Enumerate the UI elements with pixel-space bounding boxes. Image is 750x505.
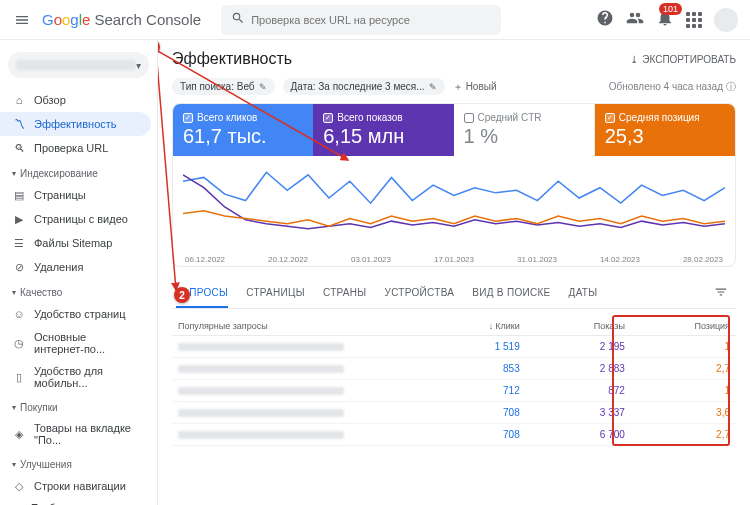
smile-icon: ☺ <box>12 307 26 321</box>
video-icon: ▶ <box>12 212 26 226</box>
speed-icon: ◷ <box>12 336 26 350</box>
notif-badge: 101 <box>659 3 682 15</box>
table-row[interactable]: 1 5192 1951 <box>172 336 736 358</box>
section-enh[interactable]: ▾Улучшения <box>0 455 157 474</box>
nav-label: Удобство для мобильн... <box>34 365 139 389</box>
section-shopping[interactable]: ▾Покупки <box>0 398 157 417</box>
property-selector[interactable]: ▾ <box>8 52 149 78</box>
nav-label: Удаления <box>34 261 83 273</box>
nav-page-exp[interactable]: ☺Удобство страниц <box>0 302 151 326</box>
nav-url-inspect[interactable]: 🔍︎Проверка URL <box>0 136 151 160</box>
avatar[interactable] <box>714 8 738 32</box>
nav-label: Основные интернет-по... <box>34 331 139 355</box>
annotation-badge-2: 2 <box>174 287 190 303</box>
add-filter-button[interactable]: ＋Новый <box>453 80 497 94</box>
annotation-badge-1: 1 <box>158 40 160 55</box>
table-row[interactable]: 7128721 <box>172 380 736 402</box>
search-icon <box>231 11 245 28</box>
search-input[interactable] <box>251 14 491 26</box>
filter-search-type[interactable]: Тип поиска: Веб✎ <box>172 78 275 95</box>
table-row[interactable]: 7086 7002,7 <box>172 424 736 446</box>
apps-icon[interactable] <box>686 12 702 28</box>
filter-date[interactable]: Дата: За последние 3 меся...✎ <box>283 78 445 95</box>
table-row[interactable]: 8532 8832,7 <box>172 358 736 380</box>
metric-label: Средняя позиция <box>619 112 700 123</box>
notifications-icon[interactable]: 101 <box>656 9 674 30</box>
metric-impressions[interactable]: ✓Всего показов 6,15 млн <box>313 104 453 156</box>
nav-label: Удобство страниц <box>34 308 126 320</box>
metric-clicks[interactable]: ✓Всего кликов 61,7 тыс. <box>173 104 313 156</box>
main: Эффективность ⤓ЭКСПОРТИРОВАТЬ Тип поиска… <box>158 40 750 505</box>
tab-devices[interactable]: УСТРОЙСТВА <box>384 279 454 308</box>
download-icon: ⤓ <box>630 54 638 65</box>
nav-performance[interactable]: 〽Эффективность <box>0 112 151 136</box>
section-quality[interactable]: ▾Качество <box>0 283 157 302</box>
checkbox-icon <box>464 113 474 123</box>
logo: Google Search Console <box>42 11 201 28</box>
tabs: ЗАПРОСЫ СТРАНИЦЫ СТРАНЫ УСТРОЙСТВА ВИД В… <box>172 279 736 309</box>
metric-value: 6,15 млн <box>323 125 443 148</box>
nav-sitemaps[interactable]: ☰Файлы Sitemap <box>0 231 151 255</box>
edit-icon: ✎ <box>259 82 267 92</box>
nav-video-pages[interactable]: ▶Страницы с видео <box>0 207 151 231</box>
nav-label: Страницы с видео <box>34 213 128 225</box>
tab-pages[interactable]: СТРАНИЦЫ <box>246 279 305 308</box>
col-query[interactable]: Популярные запросы <box>178 321 415 331</box>
sort-down-icon: ↓ <box>489 321 494 331</box>
col-pos[interactable]: Позиция <box>625 321 730 331</box>
nav-label: Проверка URL <box>34 142 108 154</box>
chevron-down-icon: ▾ <box>136 60 141 71</box>
col-clicks[interactable]: ↓Клики <box>415 321 520 331</box>
edit-icon: ✎ <box>429 82 437 92</box>
search-icon: 🔍︎ <box>12 141 26 155</box>
export-button[interactable]: ⤓ЭКСПОРТИРОВАТЬ <box>630 54 736 65</box>
plus-icon: ＋ <box>453 80 463 94</box>
metric-label: Всего показов <box>337 112 402 123</box>
info-icon: ⓘ <box>726 80 736 94</box>
bc-icon: ◇ <box>12 479 26 493</box>
nav-overview[interactable]: ⌂Обзор <box>0 88 151 112</box>
metric-value: 1 % <box>464 125 584 148</box>
metric-position[interactable]: ✓Средняя позиция 25,3 <box>595 104 735 156</box>
remove-icon: ⊘ <box>12 260 26 274</box>
tab-appearance[interactable]: ВИД В ПОИСКЕ <box>472 279 550 308</box>
page-title: Эффективность <box>172 50 292 68</box>
mobile-icon: ▯ <box>12 370 26 384</box>
tab-countries[interactable]: СТРАНЫ <box>323 279 367 308</box>
metric-value: 61,7 тыс. <box>183 125 303 148</box>
checkbox-icon: ✓ <box>605 113 615 123</box>
metric-ctr[interactable]: Средний CTR 1 % <box>454 104 595 156</box>
nav-label: Обзор <box>34 94 66 106</box>
nav-label: Товары на вкладке "По... <box>34 422 139 446</box>
nav-label: Страницы <box>34 189 86 201</box>
tab-dates[interactable]: ДАТЫ <box>569 279 598 308</box>
sitemap-icon: ☰ <box>12 236 26 250</box>
help-icon[interactable] <box>596 9 614 30</box>
nav-label: Эффективность <box>34 118 117 130</box>
menu-icon[interactable] <box>12 12 32 28</box>
people-icon[interactable] <box>626 9 644 30</box>
last-updated: Обновлено 4 часа назадⓘ <box>609 80 736 94</box>
nav-cwv[interactable]: ◷Основные интернет-по... <box>0 326 151 360</box>
nav-label: Файлы Sitemap <box>34 237 112 249</box>
nav-mobile[interactable]: ▯Удобство для мобильн... <box>0 360 151 394</box>
pages-icon: ▤ <box>12 188 26 202</box>
table-row[interactable]: 7083 3373,6 <box>172 402 736 424</box>
nav-removals[interactable]: ⊘Удаления <box>0 255 151 279</box>
chart: 06.12.202220.12.202203.01.202317.01.2023… <box>173 156 735 266</box>
sidebar: ▾ ⌂Обзор 〽Эффективность 🔍︎Проверка URL ▾… <box>0 40 158 505</box>
nav-label: Строки навигации <box>34 480 126 492</box>
nav-breadcrumbs[interactable]: ◇Строки навигации <box>0 474 151 498</box>
filter-icon[interactable] <box>710 279 732 308</box>
metric-label: Всего кликов <box>197 112 257 123</box>
checkbox-icon: ✓ <box>183 113 193 123</box>
home-icon: ⌂ <box>12 93 26 107</box>
section-indexing[interactable]: ▾Индексирование <box>0 164 157 183</box>
nav-security[interactable]: ▸Проблемы безопасности и меры, принятые … <box>0 498 151 505</box>
search-input-wrap[interactable] <box>221 5 501 35</box>
col-impr[interactable]: Показы <box>520 321 625 331</box>
metric-value: 25,3 <box>605 125 725 148</box>
nav-pages[interactable]: ▤Страницы <box>0 183 151 207</box>
nav-products[interactable]: ◈Товары на вкладке "По... <box>0 417 151 451</box>
metric-label: Средний CTR <box>478 112 542 123</box>
